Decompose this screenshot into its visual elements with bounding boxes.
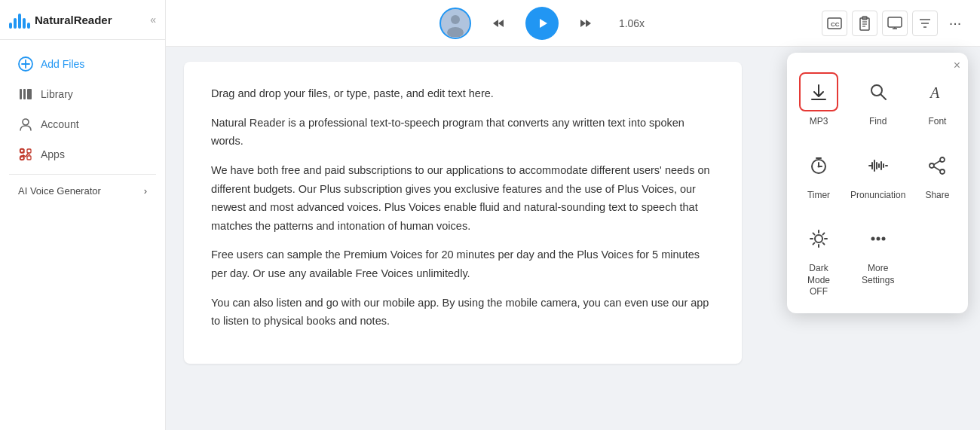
timer-icon: [799, 146, 838, 185]
document-panel: Drag and drop your files, or type, paste…: [184, 62, 742, 364]
svg-line-32: [880, 94, 886, 99]
share-icon: [917, 146, 957, 185]
svg-line-58: [822, 243, 824, 245]
doc-paragraph-1: Drag and drop your files, or type, paste…: [211, 84, 715, 103]
svg-point-61: [871, 237, 874, 241]
logo-icon: [9, 11, 30, 29]
popup-item-label: Find: [869, 116, 887, 128]
svg-point-48: [929, 163, 934, 168]
popup-close-button[interactable]: ×: [954, 59, 960, 72]
topbar: 1.06x CC: [166, 0, 980, 47]
monitor-button[interactable]: [882, 11, 908, 36]
logo-bar-4: [23, 18, 26, 29]
plus-circle-icon: [18, 56, 33, 72]
popup-item-find[interactable]: Find: [847, 66, 908, 134]
popup-item-pronunciation[interactable]: Pronunciation: [847, 140, 908, 208]
svg-rect-24: [888, 17, 902, 27]
sidebar-item-label: Account: [41, 118, 79, 130]
sidebar-item-label: Apps: [41, 148, 65, 160]
play-button[interactable]: [525, 7, 559, 40]
logo: NaturalReader: [9, 11, 112, 29]
chevron-right-icon: ›: [144, 185, 147, 197]
filter-button[interactable]: [912, 11, 938, 36]
popup-item-font[interactable]: A Font: [914, 66, 960, 134]
sidebar-item-ai-voice-generator[interactable]: AI Voice Generator ›: [5, 179, 161, 203]
forward-button[interactable]: [572, 10, 599, 37]
svg-point-62: [876, 237, 880, 241]
popup-item-label: Pronunciation: [850, 190, 905, 202]
svg-point-49: [940, 169, 945, 174]
person-icon: [18, 117, 33, 132]
popup-item-dark-mode[interactable]: Dark ModeOFF: [796, 213, 841, 304]
svg-line-51: [934, 166, 940, 170]
download-icon: [799, 72, 838, 111]
sidebar-section-label: AI Voice Generator: [18, 185, 101, 197]
library-icon: [18, 87, 33, 102]
sidebar-item-add-files[interactable]: Add Files: [5, 49, 161, 79]
svg-line-57: [813, 233, 815, 235]
svg-point-52: [815, 235, 822, 242]
apps-icon: [18, 147, 33, 162]
collapse-sidebar-button[interactable]: «: [150, 14, 156, 26]
popup-item-more-settings[interactable]: MoreSettings: [847, 213, 908, 304]
clipboard-button[interactable]: [852, 11, 877, 36]
main: 1.06x CC: [166, 0, 980, 430]
waveform-icon: [859, 146, 898, 185]
svg-marker-16: [540, 19, 547, 28]
logo-text: NaturalReader: [35, 14, 112, 26]
svg-rect-3: [20, 89, 22, 99]
logo-bar-3: [18, 14, 21, 29]
popup-item-label: MP3: [810, 116, 828, 128]
svg-point-14: [451, 15, 460, 24]
popup-item-share[interactable]: Share: [914, 140, 960, 208]
svg-point-6: [23, 119, 29, 125]
topbar-right: CC: [822, 11, 968, 36]
sidebar-item-account[interactable]: Account: [5, 109, 161, 139]
topbar-center: 1.06x: [439, 7, 651, 40]
popup-menu: × MP3: [787, 53, 968, 313]
svg-rect-11: [27, 149, 31, 153]
speed-display[interactable]: 1.06x: [613, 14, 651, 32]
svg-point-47: [940, 157, 945, 162]
sidebar-item-apps[interactable]: Apps: [5, 139, 161, 169]
svg-line-59: [822, 233, 824, 235]
popup-item-label: Dark ModeOFF: [799, 263, 838, 298]
popup-item-label: Font: [928, 116, 946, 128]
doc-paragraph-4: Free users can sample the Premium Voices…: [211, 245, 715, 282]
dots-icon: [859, 219, 898, 258]
doc-paragraph-5: You can also listen and go with our mobi…: [211, 294, 715, 331]
svg-point-38: [818, 165, 820, 167]
sun-icon: [799, 219, 838, 258]
logo-bar-5: [27, 23, 30, 29]
popup-item-label: MoreSettings: [862, 263, 894, 286]
sidebar-item-library[interactable]: Library: [5, 79, 161, 109]
popup-item-label: Share: [925, 190, 949, 202]
doc-paragraph-3: We have both free and paid subscriptions…: [211, 161, 715, 236]
rewind-button[interactable]: [485, 10, 512, 37]
search-icon: [859, 72, 898, 111]
doc-paragraph-2: Natural Reader is a professional text-to…: [211, 114, 715, 151]
font-icon: A: [917, 72, 957, 111]
cc-button[interactable]: CC: [822, 11, 847, 36]
svg-line-60: [813, 243, 815, 245]
svg-text:A: A: [929, 84, 940, 101]
popup-item-mp3[interactable]: MP3: [796, 66, 841, 134]
sidebar-item-label: Library: [41, 88, 73, 100]
svg-rect-4: [23, 89, 26, 99]
svg-point-63: [881, 237, 885, 241]
logo-bar-1: [9, 23, 12, 29]
avatar[interactable]: [439, 8, 471, 39]
sidebar: NaturalReader « Add Files: [0, 0, 166, 430]
svg-rect-12: [27, 156, 31, 160]
sidebar-header: NaturalReader «: [0, 0, 165, 40]
more-options-button[interactable]: ···: [942, 11, 968, 36]
logo-bar-2: [14, 18, 17, 29]
popup-grid: MP3 Find A Font: [796, 66, 959, 304]
sidebar-divider: [9, 174, 156, 175]
sidebar-nav: Add Files Library Account: [0, 40, 165, 430]
popup-item-timer[interactable]: Timer: [796, 140, 841, 208]
svg-rect-5: [27, 89, 32, 99]
sidebar-item-label: Add Files: [41, 58, 84, 70]
popup-item-label: Timer: [807, 190, 830, 202]
svg-line-50: [934, 160, 940, 164]
